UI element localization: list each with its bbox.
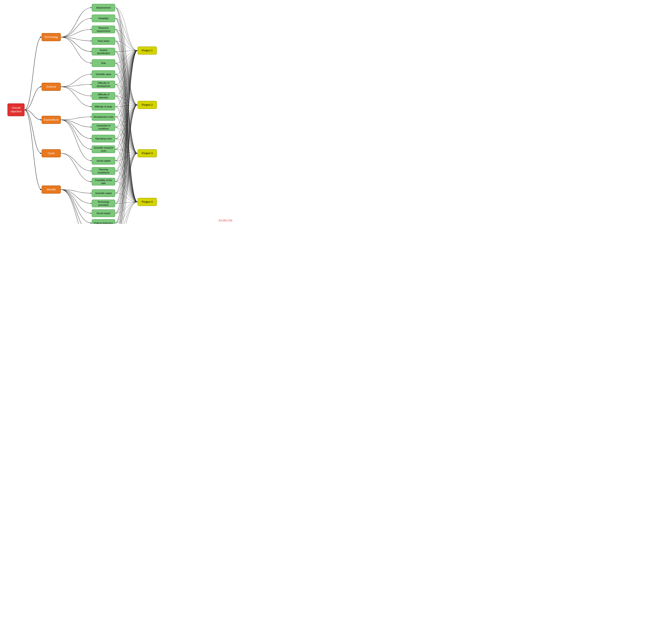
watermark: 彩虹网址导航 [218, 219, 233, 222]
criterion-team-basis: Team basis [92, 37, 115, 45]
criterion-resource-req: Resource requirements [92, 26, 115, 33]
criterion-operating-costs: Operating costs [92, 135, 115, 143]
category-benefit: Benefit [42, 185, 61, 194]
criterion-guarantee-conditions: Guarantee of conditions [92, 123, 115, 131]
criterion-scientific-output: Scientific output [92, 189, 115, 197]
project-1: Project 1 [138, 47, 157, 55]
criterion-reliability: Reliability [92, 15, 115, 22]
connections-svg [0, 0, 235, 224]
diagram-container: Overall objective Technology Science Exp… [0, 0, 235, 224]
category-science: Science [42, 83, 61, 91]
criterion-feasibility-plan: Feasibility of the plan [92, 178, 115, 185]
criterion-political-diplomacy: Political diplomacy [92, 219, 115, 224]
criterion-advancement: Advancement [92, 4, 115, 11]
criterion-difficulty-development: Difficulty of development [92, 81, 115, 88]
category-technology: Technology [42, 33, 61, 41]
root-node: Overall objective [7, 103, 25, 116]
root-label: Overall objective [9, 106, 23, 114]
criterion-research-costs: Scientific research costs [92, 145, 115, 153]
criterion-difficulty-detection: Difficulty of detection [92, 92, 115, 100]
project-4: Project 4 [138, 198, 157, 206]
criterion-scientific-value: Scientific value [92, 70, 115, 78]
criterion-social-impact: Social impact [92, 209, 115, 217]
criterion-planning-compliance: Planning compliance [92, 167, 115, 175]
criterion-social-capital: Social capital [92, 157, 115, 165]
criterion-difficulty-study: Difficulty of study [92, 103, 115, 110]
category-expenditure: Expenditure [42, 116, 61, 124]
category-cycle: Cycle [42, 149, 61, 157]
project-3: Project 3 [138, 149, 157, 157]
criterion-tech-promotion: Technology promotion [92, 200, 115, 207]
criterion-risk: Risk [92, 59, 115, 67]
criterion-dev-costs: Development costs [92, 113, 115, 121]
criterion-system-spec: System specification [92, 48, 115, 55]
project-2: Project 2 [138, 101, 157, 109]
